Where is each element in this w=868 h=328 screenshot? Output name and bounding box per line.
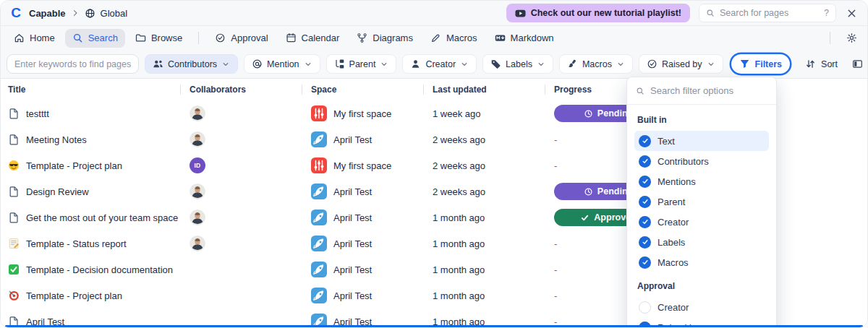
dropdown-option-creator[interactable]: Creator <box>634 297 769 317</box>
nav-item-calendar[interactable]: Calendar <box>278 29 347 48</box>
title-cell[interactable]: Meeting Notes <box>1 134 180 145</box>
nav-item-label: Calendar <box>302 33 340 43</box>
space-cell[interactable]: April Test <box>302 210 423 225</box>
filter-chip-label: Labels <box>506 59 532 69</box>
title-cell[interactable]: Template - Decision documentation <box>1 264 180 275</box>
breadcrumb: C Capable Global <box>8 5 127 21</box>
last-updated-cell: 2 weeks ago <box>423 160 545 171</box>
app-window: C Capable Global Check out our new tutor… <box>0 0 868 328</box>
dropdown-option-parent[interactable]: Parent <box>634 191 769 212</box>
emoji-dart-icon <box>8 290 20 301</box>
title-cell[interactable]: Template - Project plan <box>1 160 180 171</box>
progress-empty: - <box>554 290 557 301</box>
nav-item-browse[interactable]: Browse <box>128 29 190 48</box>
checkbox-checked[interactable] <box>639 135 651 147</box>
title-cell[interactable]: Template - Status report <box>1 238 180 249</box>
filter-chip-macros[interactable]: Macros <box>559 54 633 74</box>
nav-item-macros[interactable]: Macros <box>423 29 485 48</box>
dropdown-option-contributors[interactable]: Contributors <box>634 151 769 171</box>
columns-icon <box>852 59 863 69</box>
dropdown-option-creator[interactable]: Creator <box>634 212 769 232</box>
check-icon <box>580 213 590 223</box>
space-name: April Test <box>333 290 372 301</box>
last-updated-cell: 2 weeks ago <box>423 134 545 145</box>
avatar[interactable] <box>190 210 205 225</box>
title-cell[interactable]: Design Review <box>1 186 180 197</box>
avatar-initials[interactable]: ID <box>190 157 205 173</box>
last-updated-text: 2 weeks ago <box>433 134 485 145</box>
breadcrumb-context[interactable]: Global <box>101 8 128 19</box>
dropdown-search-box[interactable] <box>627 77 776 105</box>
columns-button[interactable]: Columns <box>851 54 868 74</box>
filter-chip-mention[interactable]: Mention <box>244 54 320 74</box>
close-button[interactable] <box>845 7 859 20</box>
nav-item-label: Home <box>30 33 55 43</box>
space-cell[interactable]: April Test <box>302 288 423 303</box>
nav-item-approval[interactable]: Approval <box>208 29 275 48</box>
avatar[interactable] <box>190 131 205 147</box>
diagram-icon <box>357 33 367 43</box>
dropdown-option-mentions[interactable]: Mentions <box>634 171 769 191</box>
filter-chip-labels[interactable]: Labels <box>482 54 553 74</box>
divider <box>830 32 830 44</box>
checkbox-checked[interactable] <box>639 216 651 228</box>
checkbox-checked[interactable] <box>639 155 651 168</box>
filter-chip-parent[interactable]: Parent <box>326 54 397 74</box>
space-cell[interactable]: April Test <box>302 236 423 251</box>
title-cell[interactable]: Template - Project plan <box>1 290 180 301</box>
avatar[interactable] <box>190 184 205 199</box>
column-header-last-updated: Last updated <box>423 85 545 95</box>
dropdown-option-macros[interactable]: Macros <box>634 252 769 272</box>
page-title: Get the most out of your team space <box>26 212 178 223</box>
space-cell[interactable]: April Test <box>302 131 423 147</box>
filter-chip-raised-by[interactable]: Raised by <box>639 54 723 74</box>
checkbox-checked[interactable] <box>639 196 651 208</box>
filter-chip-contributors[interactable]: Contributors <box>145 54 238 74</box>
filter-chip-creator[interactable]: Creator <box>402 54 477 74</box>
space-rocket-icon <box>311 210 327 225</box>
dropdown-option-text[interactable]: Text <box>634 131 769 151</box>
collaborators-cell <box>180 184 302 199</box>
clock-icon <box>584 187 593 197</box>
dropdown-search-input[interactable] <box>650 85 767 96</box>
avatar[interactable] <box>190 236 205 251</box>
settings-button[interactable] <box>845 31 859 45</box>
checkbox-checked[interactable] <box>639 236 651 249</box>
page-title: Meeting Notes <box>26 134 87 145</box>
close-icon <box>846 8 857 19</box>
nav-item-markdown[interactable]: Markdown <box>488 29 561 48</box>
filters-button-label: Filters <box>755 59 783 69</box>
keywords-input[interactable] <box>7 54 139 74</box>
app-name[interactable]: Capable <box>29 8 66 19</box>
checkbox-checked[interactable] <box>639 176 651 188</box>
nav-item-diagrams[interactable]: Diagrams <box>349 29 420 48</box>
page-title: testttt <box>26 108 49 119</box>
top-bar-right: Check out our new tutorial playlist! ? <box>506 4 859 22</box>
nav-item-label: Approval <box>231 33 268 43</box>
at-icon <box>252 59 263 69</box>
app-logo[interactable]: C <box>8 5 24 21</box>
filter-chip-label: Macros <box>582 59 612 69</box>
checkbox-unchecked[interactable] <box>639 301 651 314</box>
nav-item-search[interactable]: Search <box>65 29 125 48</box>
page-search-box[interactable]: ? <box>699 4 836 22</box>
sort-button[interactable]: Sort <box>804 54 839 74</box>
progress-empty: - <box>554 134 557 145</box>
page-search-input[interactable] <box>720 8 819 18</box>
page-title: Template - Status report <box>26 238 127 249</box>
filter-bar: ContributorsMentionParentCreatorLabelsMa… <box>1 50 867 79</box>
nav-item-home[interactable]: Home <box>7 29 62 48</box>
space-cell[interactable]: April Test <box>302 184 423 199</box>
dropdown-option-labels[interactable]: Labels <box>634 232 769 252</box>
title-cell[interactable]: Get the most out of your team space <box>1 212 180 223</box>
space-cell[interactable]: April Test <box>302 262 423 277</box>
calendar-icon <box>286 33 297 43</box>
title-cell[interactable]: testttt <box>1 108 180 119</box>
checkbox-checked[interactable] <box>639 256 651 269</box>
space-cell[interactable]: My first space <box>302 157 423 173</box>
avatar[interactable] <box>190 105 205 121</box>
space-cell[interactable]: My first space <box>302 105 423 121</box>
filters-button[interactable]: Filters <box>731 54 791 74</box>
tutorial-playlist-button[interactable]: Check out our new tutorial playlist! <box>506 4 690 22</box>
space-rocket-icon <box>311 288 327 303</box>
